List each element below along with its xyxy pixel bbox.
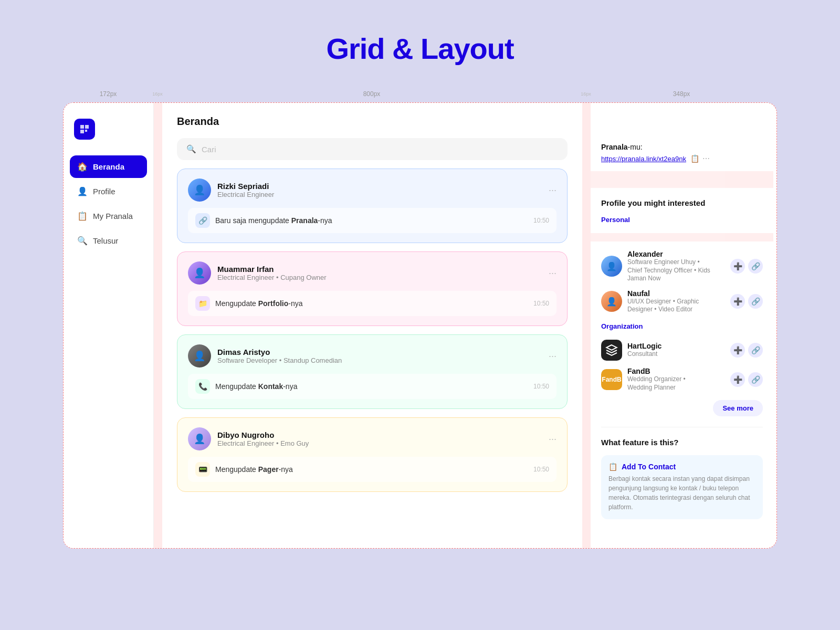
- pranala-text: Pranala-mu:: [601, 143, 763, 151]
- card-dots-muammar[interactable]: ···: [549, 268, 556, 279]
- org-info-hartlogic: HartLogic Consultant: [627, 342, 662, 359]
- avatar-dimas: 👤: [188, 344, 211, 368]
- user-info-dimas: Dimas Aristyo Software Developer • Stand…: [217, 348, 342, 364]
- card-header-rizki: 👤 Rizki Sepriadi Electrical Engineer ···: [188, 178, 556, 202]
- activity-time-rizki: 10:50: [533, 217, 549, 224]
- gap-col-1: [154, 103, 162, 548]
- share-icon[interactable]: ⋯: [702, 154, 710, 163]
- org-name-fandb: FandB: [627, 367, 711, 375]
- sidebar-nav: 🏠 Beranda 👤 Profile 📋 My Pranala 🔍 Telus…: [64, 155, 153, 252]
- user-name-dibyo: Dibyo Nugroho: [217, 430, 309, 439]
- sidebar-item-telusur[interactable]: 🔍 Telusur: [70, 229, 147, 252]
- right-panel-spacer: [601, 113, 763, 134]
- pranala-url-link[interactable]: https://pranala.link/xt2ea9nk: [601, 155, 686, 163]
- org-profiles: HartLogic Consultant ➕ 🔗 FandB FandB: [601, 340, 763, 392]
- add-btn-alexander[interactable]: ➕: [730, 259, 745, 274]
- sidebar-item-beranda[interactable]: 🏠 Beranda: [70, 155, 147, 178]
- person-left-fandb: FandB FandB Wedding Organizer • Wedding …: [601, 367, 711, 392]
- layout-demo: 172px 16px 800px 16px 348px 🏠 Beranda: [63, 87, 777, 549]
- activity-text-muammar: Mengupdate Portfolio-nya: [215, 299, 303, 308]
- person-desc-naufal: UI/UX Designer • Graphic Designer • Vide…: [627, 298, 711, 314]
- activity-left-rizki: 🔗 Baru saja mengupdate Pranala-nya: [195, 213, 332, 228]
- avatar-alexander: 👤: [601, 256, 622, 277]
- add-btn-naufal[interactable]: ➕: [730, 294, 745, 309]
- sidebar-logo: [64, 113, 153, 155]
- see-more-button[interactable]: See more: [713, 400, 763, 416]
- link-btn-fandb[interactable]: 🔗: [748, 372, 763, 387]
- org-logo-fandb: FandB: [601, 369, 622, 390]
- pranala-link-section: Pranala-mu: https://pranala.link/xt2ea9n…: [601, 143, 763, 163]
- pranala-url-row: https://pranala.link/xt2ea9nk 📋 ⋯: [601, 154, 763, 163]
- profile-person-alexander: 👤 Alexander Software Engineer Uhuy • Chi…: [601, 250, 763, 283]
- card-dots-rizki[interactable]: ···: [549, 185, 556, 196]
- add-btn-fandb[interactable]: ➕: [730, 372, 745, 387]
- user-name-muammar: Muammar Irfan: [217, 265, 327, 274]
- pranala-label-pre: Pranala: [601, 143, 628, 151]
- avatar-naufal: 👤: [601, 291, 622, 312]
- card-header-dibyo: 👤 Dibyo Nugroho Electrical Engineer • Em…: [188, 427, 556, 450]
- clipboard-icon: 📋: [77, 211, 88, 221]
- link-btn-naufal[interactable]: 🔗: [748, 294, 763, 309]
- activity-left-dibyo: 📟 Mengupdate Pager-nya: [195, 462, 293, 477]
- org-desc-hartlogic: Consultant: [627, 350, 662, 359]
- sidebar-label-my-pranala: My Pranala: [93, 212, 133, 220]
- org-name-hartlogic: HartLogic: [627, 342, 662, 350]
- feature-box-desc: Berbagi kontak secara instan yang dapat …: [608, 474, 755, 512]
- card-user-rizki: 👤 Rizki Sepriadi Electrical Engineer: [188, 178, 274, 202]
- search-placeholder: Cari: [202, 145, 216, 154]
- label-16b: 16px: [582, 91, 590, 97]
- feature-box-title: 📋 Add To Contact: [608, 463, 755, 471]
- activity-left-dimas: 📞 Mengupdate Kontak-nya: [195, 379, 297, 394]
- copy-icon[interactable]: 📋: [690, 154, 699, 163]
- card-dots-dibyo[interactable]: ···: [549, 434, 556, 445]
- card-user-dimas: 👤 Dimas Aristyo Software Developer • Sta…: [188, 344, 342, 368]
- person-left-naufal: 👤 Naufal UI/UX Designer • Graphic Design…: [601, 289, 711, 314]
- link-btn-hartlogic[interactable]: 🔗: [748, 343, 763, 358]
- user-name-dimas: Dimas Aristyo: [217, 348, 342, 356]
- person-actions-alexander: ➕ 🔗: [730, 259, 763, 274]
- feature-box: 📋 Add To Contact Berbagi kontak secara i…: [601, 455, 763, 519]
- card-activity-dimas: 📞 Mengupdate Kontak-nya 10:50: [188, 374, 556, 399]
- label-348: 348px: [590, 90, 773, 98]
- org-logo-hartlogic: [601, 340, 622, 361]
- activity-time-dimas: 10:50: [533, 383, 549, 390]
- person-left-hartlogic: HartLogic Consultant: [601, 340, 662, 361]
- search-nav-icon: 🔍: [77, 236, 88, 246]
- person-name-alexander: Alexander: [627, 250, 711, 258]
- org-desc-fandb: Wedding Organizer • Wedding Planner: [627, 375, 711, 392]
- sidebar-label-telusur: Telusur: [93, 236, 118, 245]
- sidebar-label-beranda: Beranda: [93, 162, 124, 171]
- org-actions-fandb: ➕ 🔗: [730, 372, 763, 387]
- user-title-dimas: Software Developer • Standup Comedian: [217, 356, 342, 364]
- feed-card-dimas: 👤 Dimas Aristyo Software Developer • Sta…: [177, 334, 568, 409]
- search-bar[interactable]: 🔍 Cari: [177, 138, 568, 160]
- pranala-icons: 📋 ⋯: [690, 154, 710, 163]
- activity-text-rizki: Baru saja mengupdate Pranala-nya: [215, 216, 332, 225]
- logo-icon: [74, 119, 95, 140]
- activity-text-dimas: Mengupdate Kontak-nya: [215, 382, 297, 391]
- label-16a: 16px: [153, 91, 162, 97]
- user-title-rizki: Electrical Engineer: [217, 191, 274, 198]
- person-name-naufal: Naufal: [627, 289, 711, 298]
- card-dots-dimas[interactable]: ···: [549, 351, 556, 362]
- gap-highlight-32: 32px: [591, 171, 773, 188]
- person-info-naufal: Naufal UI/UX Designer • Graphic Designer…: [627, 289, 711, 314]
- home-icon: 🏠: [77, 162, 88, 172]
- sidebar-item-profile[interactable]: 👤 Profile: [70, 180, 147, 203]
- user-info-muammar: Muammar Irfan Electrical Engineer • Cupa…: [217, 265, 327, 281]
- link-btn-alexander[interactable]: 🔗: [748, 259, 763, 274]
- org-info-fandb: FandB Wedding Organizer • Wedding Planne…: [627, 367, 711, 392]
- label-800: 800px: [162, 90, 582, 98]
- add-btn-hartlogic[interactable]: ➕: [730, 343, 745, 358]
- sidebar-label-profile: Profile: [93, 187, 116, 196]
- main-header: Beranda: [177, 116, 568, 128]
- activity-icon-dimas: 📞: [195, 379, 210, 394]
- feed-card-dibyo: 👤 Dibyo Nugroho Electrical Engineer • Em…: [177, 417, 568, 492]
- activity-time-dibyo: 10:50: [533, 466, 549, 473]
- organization-section-link[interactable]: Organization: [601, 322, 763, 330]
- sidebar-item-my-pranala[interactable]: 📋 My Pranala: [70, 205, 147, 227]
- activity-time-muammar: 10:50: [533, 300, 549, 307]
- personal-section-link[interactable]: Personal: [601, 216, 763, 224]
- page-title: Grid & Layout: [0, 0, 840, 87]
- profile-icon: 👤: [77, 186, 88, 196]
